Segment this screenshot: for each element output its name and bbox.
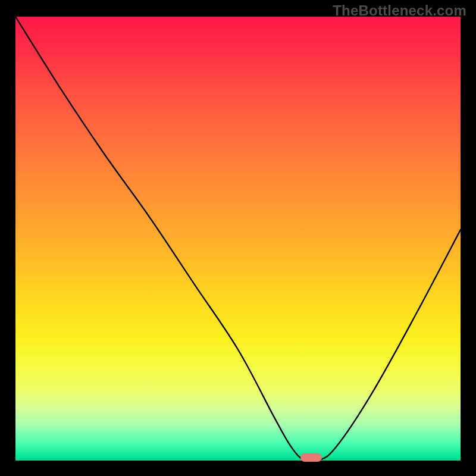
optimal-marker	[300, 453, 322, 462]
plot-area	[15, 17, 461, 461]
bottleneck-curve	[15, 17, 461, 461]
watermark-label: TheBottleneck.com	[333, 2, 466, 19]
chart-frame: TheBottleneck.com	[0, 0, 476, 476]
curve-layer	[15, 17, 461, 461]
